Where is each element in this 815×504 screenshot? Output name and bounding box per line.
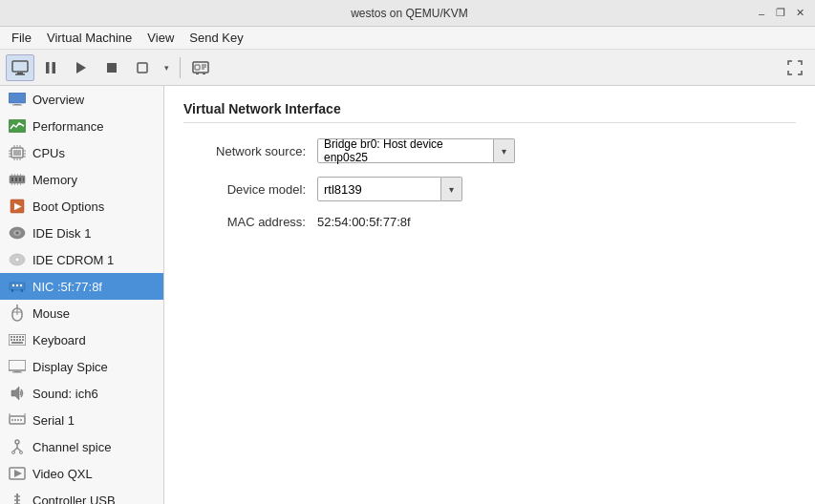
restore-button[interactable]: ❐ xyxy=(773,6,788,21)
nic-label: NIC :5f:77:8f xyxy=(32,280,102,294)
window-controls: – ❐ ✕ xyxy=(754,6,807,21)
display-spice-icon xyxy=(8,357,27,376)
device-model-dropdown-arrow: ▾ xyxy=(449,184,454,195)
controller-usb-icon xyxy=(8,491,27,504)
cpus-icon xyxy=(8,143,27,162)
device-model-value: rtl8139 xyxy=(324,182,362,197)
section-title: Virtual Network Interface xyxy=(183,101,796,123)
ide-cdrom-1-label: IDE CDROM 1 xyxy=(32,253,114,267)
video-qxl-icon xyxy=(8,464,27,483)
memory-icon xyxy=(8,170,27,189)
svg-rect-71 xyxy=(16,339,18,341)
svg-rect-64 xyxy=(11,336,12,338)
network-source-control: Bridge br0: Host device enp0s25 ▾ xyxy=(317,138,515,163)
sidebar-item-serial-1[interactable]: Serial 1 xyxy=(0,407,163,433)
sidebar-item-boot-options[interactable]: ▶ Boot Options xyxy=(0,193,163,220)
menu-virtual-machine[interactable]: Virtual Machine xyxy=(39,29,139,47)
svg-rect-54 xyxy=(11,289,13,292)
controller-usb-label: Controller USB xyxy=(32,494,116,505)
minimize-button[interactable]: – xyxy=(754,6,769,21)
overview-icon xyxy=(8,90,27,109)
display-spice-label: Display Spice xyxy=(32,360,108,374)
sidebar-item-memory[interactable]: Memory xyxy=(0,166,163,193)
svg-rect-6 xyxy=(107,63,117,73)
network-source-select[interactable]: Bridge br0: Host device enp0s25 xyxy=(317,138,494,163)
svg-rect-70 xyxy=(13,339,15,341)
fullscreen-button[interactable] xyxy=(781,54,809,81)
sidebar-item-ide-cdrom-1[interactable]: IDE CDROM 1 xyxy=(0,246,163,273)
svg-rect-55 xyxy=(21,289,23,292)
svg-rect-7 xyxy=(138,63,147,73)
sidebar-item-mouse[interactable]: Mouse xyxy=(0,300,163,326)
mac-address-label: MAC address: xyxy=(183,215,317,229)
svg-rect-10 xyxy=(203,74,205,74)
svg-marker-93 xyxy=(14,470,22,477)
screenshot-icon xyxy=(192,60,209,75)
stop-icon xyxy=(105,61,118,74)
power-icon xyxy=(11,60,29,75)
svg-point-56 xyxy=(12,284,14,286)
svg-point-57 xyxy=(16,284,18,286)
mouse-label: Mouse xyxy=(32,306,70,321)
menu-view[interactable]: View xyxy=(139,29,182,47)
memory-label: Memory xyxy=(32,173,77,187)
sidebar-item-performance[interactable]: Performance xyxy=(0,113,163,139)
sidebar-item-video-qxl[interactable]: Video QXL xyxy=(0,460,163,487)
screenshot-button[interactable] xyxy=(186,54,215,81)
svg-rect-34 xyxy=(11,178,13,181)
sidebar-item-ide-disk-1[interactable]: IDE Disk 1 xyxy=(0,220,163,246)
reset-icon xyxy=(136,61,149,74)
boot-options-label: Boot Options xyxy=(32,200,104,214)
overview-label: Overview xyxy=(32,93,84,107)
sidebar-item-overview[interactable]: Overview xyxy=(0,86,163,113)
svg-point-58 xyxy=(20,284,22,286)
device-model-select[interactable]: rtl8139 xyxy=(317,177,441,201)
play-button[interactable] xyxy=(67,54,96,81)
svg-rect-11 xyxy=(195,65,200,70)
reset-button[interactable] xyxy=(128,54,157,81)
sidebar: Overview Performance CPUs Memory ▶ Boot … xyxy=(0,86,164,504)
close-button[interactable]: ✕ xyxy=(792,6,807,21)
sidebar-item-nic[interactable]: NIC :5f:77:8f xyxy=(0,273,163,300)
pause-button[interactable] xyxy=(36,54,65,81)
menu-send-key[interactable]: Send Key xyxy=(182,29,250,47)
sidebar-item-controller-usb[interactable]: Controller USB xyxy=(0,487,163,504)
svg-rect-73 xyxy=(22,339,24,341)
svg-rect-75 xyxy=(9,360,26,370)
sidebar-item-channel-spice[interactable]: Channel spice xyxy=(0,433,163,460)
mac-address-value: 52:54:00:5f:77:8f xyxy=(317,215,411,229)
title-bar: westos on QEMU/KVM – ❐ ✕ xyxy=(0,0,815,27)
network-source-dropdown-button[interactable]: ▾ xyxy=(494,138,515,163)
svg-rect-68 xyxy=(22,336,24,338)
svg-rect-41 xyxy=(20,174,21,176)
svg-rect-4 xyxy=(53,62,56,74)
play-icon xyxy=(75,61,88,74)
ide-disk-1-label: IDE Disk 1 xyxy=(32,226,91,241)
sound-icon xyxy=(8,384,27,403)
svg-rect-69 xyxy=(11,339,12,341)
serial-icon xyxy=(8,410,27,430)
svg-point-81 xyxy=(14,419,16,421)
toolbar-right xyxy=(781,54,809,81)
stop-button[interactable] xyxy=(97,54,126,81)
sidebar-item-display-spice[interactable]: Display Spice xyxy=(0,353,163,380)
device-model-row: Device model: rtl8139 ▾ xyxy=(183,177,796,201)
pause-icon xyxy=(44,61,57,74)
dropdown-button[interactable]: ▾ xyxy=(159,54,174,81)
sidebar-item-cpus[interactable]: CPUs xyxy=(0,139,163,166)
sidebar-item-sound-ich6[interactable]: Sound: ich6 xyxy=(0,380,163,407)
mouse-icon xyxy=(8,304,27,323)
fullscreen-icon xyxy=(787,60,803,75)
svg-point-91 xyxy=(20,452,23,454)
menu-bar: File Virtual Machine View Send Key xyxy=(0,27,815,50)
menu-file[interactable]: File xyxy=(4,29,39,47)
performance-icon xyxy=(8,116,27,136)
keyboard-label: Keyboard xyxy=(32,333,86,347)
svg-marker-5 xyxy=(76,62,86,74)
sidebar-item-keyboard[interactable]: Keyboard xyxy=(0,326,163,353)
dropdown-arrow-icon: ▾ xyxy=(164,63,169,73)
device-model-dropdown-button[interactable]: ▾ xyxy=(441,177,462,201)
power-button[interactable] xyxy=(6,54,34,81)
cpus-label: CPUs xyxy=(32,146,65,160)
sound-ich6-label: Sound: ich6 xyxy=(32,387,98,401)
